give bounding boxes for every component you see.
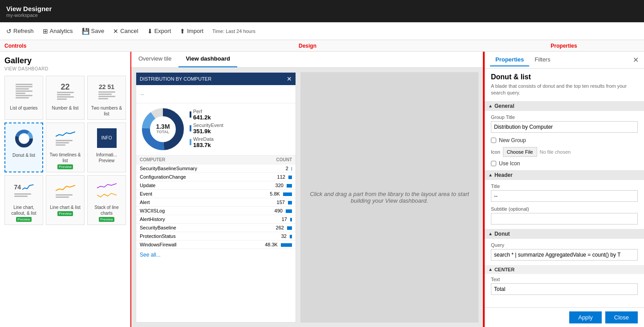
line-chart-callout-icon: 74 [8, 178, 40, 203]
see-all-link[interactable]: See all... [136, 249, 296, 261]
time-label: Time: Last 24 hours [212, 29, 255, 34]
props-section-title: Donut & list [491, 73, 638, 81]
title-input[interactable] [491, 190, 638, 202]
count-bar [288, 201, 292, 204]
table-row: W3CIISLog 490 [136, 207, 296, 215]
donut-legend: Perf 641.2k SecurityEvent 351.9k [190, 109, 223, 150]
count-bar [288, 176, 292, 179]
right-panel: Properties Filters ✕ Donut & list A blad… [484, 52, 644, 327]
group-title-input[interactable] [491, 121, 638, 133]
count-bar [290, 235, 292, 238]
group-title-field: Group Title [491, 114, 638, 133]
workspace-label: my-workspace [6, 12, 638, 18]
props-close-button[interactable]: ✕ [633, 56, 639, 64]
close-button[interactable]: Close [605, 311, 638, 323]
gallery-item-list[interactable]: List of queries [4, 76, 43, 120]
gallery-item-label: Line chart, callout, & list [8, 204, 40, 216]
count-cell: 17 [240, 215, 296, 224]
count-cell: 32 [240, 232, 296, 241]
gallery-item-info[interactable]: INFO Informati... Preview [87, 123, 126, 172]
table-row: ProtectionStatus 32 [136, 232, 296, 241]
tab-overview[interactable]: Overview tile [131, 52, 178, 67]
props-body: Donut & list A blade that consists of do… [485, 69, 644, 307]
dist-tile-header: DISTRIBUTION BY COMPUTER ✕ [136, 73, 296, 85]
save-icon: 💾 [82, 28, 89, 35]
computer-cell: SecurityBaselineSummary [136, 164, 240, 173]
query-field: Query [491, 242, 638, 261]
center-text-label: Text [491, 277, 638, 282]
table-row: Alert 157 [136, 198, 296, 207]
table-row: Update 320 [136, 181, 296, 190]
design-label: Design [131, 43, 484, 49]
tab-properties[interactable]: Properties [490, 53, 529, 66]
table-row: AlertHistory 17 [136, 215, 296, 224]
timelines-icon [49, 126, 81, 150]
props-desc: A blade that consists of donut and the t… [491, 83, 638, 97]
icon-row: Icon Choose File No file chosen [491, 147, 638, 157]
collapse-icon: ▲ [488, 172, 493, 177]
use-icon-row: Use Icon [491, 160, 638, 167]
preview-badge: Preview [57, 164, 73, 169]
col-count: COUNT [240, 155, 296, 164]
main-layout: Gallery VIEW DASHBOARD List of queries [0, 52, 644, 327]
gallery-item-label: Informati... Preview [90, 152, 123, 164]
cancel-icon: ✕ [113, 28, 118, 35]
tab-dashboard[interactable]: View dashboard [178, 52, 237, 67]
props-footer: Apply Close [485, 307, 644, 327]
count-bar [287, 226, 292, 230]
top-bar: View Designer my-workspace [0, 0, 644, 22]
center-text-input[interactable] [491, 283, 638, 295]
app-title: View Designer [6, 5, 638, 12]
toolbar: ↺ Refresh ⊞ Analytics 💾 Save ✕ Cancel ⬇ … [0, 22, 644, 40]
gallery-item-line-chart2[interactable]: Line chart & list Preview [46, 175, 85, 225]
gallery-item-two-numbers[interactable]: 2251 Two numbers & list [87, 76, 126, 120]
gallery-title: Gallery [4, 56, 126, 65]
apply-button[interactable]: Apply [569, 311, 602, 323]
computer-cell: Update [136, 181, 240, 190]
gallery-grid: List of queries 22 Number & list [4, 76, 126, 225]
table-row: SecurityBaselineSummary 2 [136, 164, 296, 173]
use-icon-label: Use Icon [499, 160, 520, 167]
computer-cell: AlertHistory [136, 215, 240, 224]
icon-label: Icon [491, 149, 500, 155]
preview-badge: Preview [57, 211, 73, 216]
refresh-icon: ↺ [6, 28, 12, 35]
use-icon-checkbox[interactable] [491, 161, 496, 166]
cancel-button[interactable]: ✕ Cancel [113, 28, 138, 35]
count-bar [283, 192, 292, 196]
section-labels-row: Controls Design Properties [0, 40, 644, 52]
center-group-header: ▲ CENTER [485, 265, 644, 274]
choose-file-button[interactable]: Choose File [503, 147, 537, 157]
donut-area: -- [136, 85, 296, 103]
gallery-item-label: Two numbers & list [90, 105, 123, 117]
gallery-item-stack[interactable]: Stack of line charts Preview [87, 175, 126, 225]
gallery-item-donut[interactable]: Donut & list [4, 123, 43, 172]
gallery-item-number-list[interactable]: 22 Number & list [46, 76, 85, 120]
gallery-item-label: Donut & list [8, 152, 40, 158]
computer-cell: ConfigurationChange [136, 173, 240, 181]
new-group-row: New Group [491, 137, 638, 143]
analytics-button[interactable]: ⊞ Analytics [43, 28, 73, 35]
save-button[interactable]: 💾 Save [82, 28, 105, 35]
export-button[interactable]: ⬇ Export [147, 28, 171, 35]
info-tile-icon: INFO [90, 126, 123, 150]
dist-tile-close-button[interactable]: ✕ [287, 75, 292, 82]
refresh-button[interactable]: ↺ Refresh [6, 28, 34, 35]
query-input[interactable] [491, 249, 638, 261]
gallery-item-line-chart[interactable]: 74 Line chart, callout, & list Preview [4, 175, 43, 225]
gallery-item-label: Two timelines & list [49, 152, 81, 164]
gallery-item-label: Stack of line charts [90, 204, 123, 216]
computer-cell: Alert [136, 198, 240, 207]
col-computer: COMPUTER [136, 155, 240, 164]
general-group-header: ▲ General [485, 101, 644, 111]
count-cell: 2 [240, 164, 296, 173]
import-button[interactable]: ⬆ Import [180, 28, 203, 35]
new-group-checkbox[interactable] [491, 138, 496, 143]
props-header: Properties Filters ✕ [485, 52, 644, 69]
gallery-subtitle: VIEW DASHBOARD [4, 66, 126, 71]
tab-filters[interactable]: Filters [529, 53, 555, 66]
svg-point-4 [20, 135, 28, 142]
subtitle-input[interactable] [491, 213, 638, 225]
gallery-item-timelines[interactable]: Two timelines & list Preview [46, 123, 85, 172]
computer-cell: ProtectionStatus [136, 232, 240, 241]
